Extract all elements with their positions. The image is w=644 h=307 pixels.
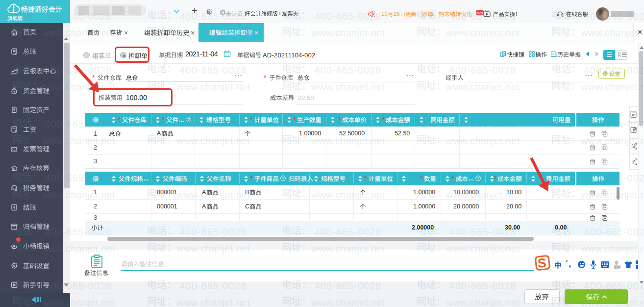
svg-text:10: 10 [618, 265, 620, 268]
